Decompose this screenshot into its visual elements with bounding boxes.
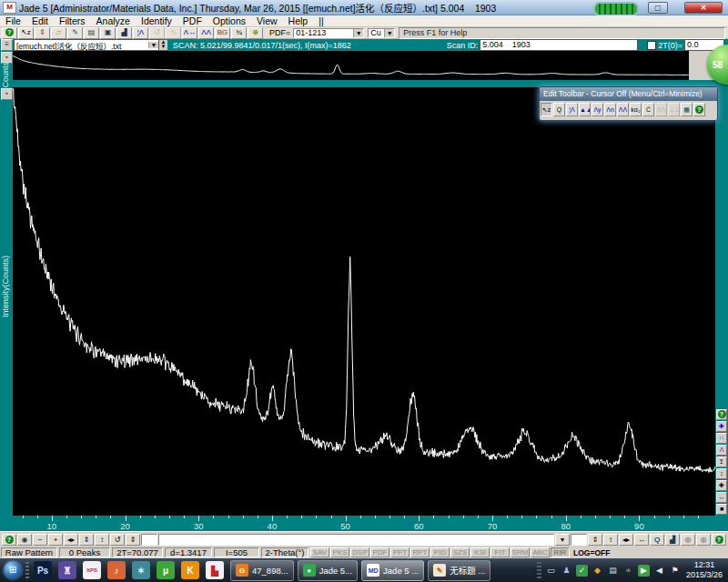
taskbar-window-jade2[interactable]: MDJade 5 ... (361, 560, 424, 581)
rescale-button[interactable]: ⇕ (35, 27, 50, 39)
value-box[interactable] (571, 534, 587, 546)
taskbar-window-paint[interactable]: ✎无标题 ... (428, 560, 490, 581)
overlay-b-button[interactable]: Λn (604, 103, 616, 116)
close-button[interactable]: ✕ (684, 2, 723, 14)
k-app-icon[interactable]: K (181, 561, 199, 579)
taskbar-window-jade1[interactable]: ●Jade 5... (298, 560, 358, 581)
status-flag-szs[interactable]: SZS (450, 547, 470, 557)
pan-lr-button[interactable]: ◂▸ (619, 534, 633, 546)
expand-h-button[interactable]: ↔ (634, 534, 649, 546)
h-expand-button[interactable]: ↔ (716, 492, 727, 503)
twin-peaks-button[interactable]: ΛΛ (198, 27, 214, 39)
status-flag-fit[interactable]: FIT (490, 547, 510, 557)
v-expand-button[interactable]: ↕ (716, 468, 727, 479)
edit-toolbar-title[interactable]: Edit Toolbar - Cursor Off (Menu/Ctrl=Min… (540, 87, 717, 101)
status-flag-sav[interactable]: SAV (310, 547, 329, 557)
all-expand-button[interactable]: ✚ (716, 480, 727, 491)
grid-button[interactable]: ▦ (681, 103, 693, 116)
status-flag-dsp[interactable]: DSP (350, 547, 369, 557)
menu-item-identify[interactable]: Identify (136, 15, 177, 26)
globe-button[interactable]: ⊕ (248, 27, 263, 39)
photoshop-icon[interactable]: Ps (34, 561, 52, 579)
kalpha2-button[interactable]: kα₂ (630, 103, 642, 116)
background-button[interactable]: BG (215, 27, 230, 39)
menu-item-file[interactable]: File (0, 15, 26, 26)
chevron-down-icon[interactable]: ▼ (148, 42, 158, 48)
utorrent-icon[interactable]: μ (157, 561, 175, 579)
network-tray-icon[interactable]: ılı (622, 565, 634, 577)
chevron-down-icon[interactable]: ▼ (384, 29, 394, 37)
media-app-icon[interactable]: ♪ (107, 561, 126, 579)
menu-item-pdf[interactable]: PDF (177, 15, 207, 26)
chart-app-icon[interactable]: ▙ (206, 561, 224, 579)
zoom-out-button[interactable]: − (33, 534, 47, 546)
peak-cursor-button[interactable]: ¦Λ (566, 103, 578, 116)
scale-y-button[interactable]: ⇕ (79, 534, 94, 546)
peak-id-button[interactable]: ¦Λ (133, 27, 148, 39)
main-plot[interactable] (13, 87, 715, 516)
status-flag-srm[interactable]: SRM (511, 547, 530, 557)
menu-item-[interactable]: || (313, 15, 329, 26)
status-flag-pks[interactable]: PKS (330, 547, 349, 557)
status-flag-pft[interactable]: PFT (390, 547, 410, 557)
anode-combobox[interactable]: Cu ▼ (368, 28, 395, 38)
xps-app-icon[interactable]: XPS (83, 561, 101, 579)
fill-peaks-button[interactable]: ▲▲ (579, 103, 591, 116)
status-flag-pid[interactable]: PID (430, 547, 450, 557)
help-button[interactable]: ? (693, 103, 705, 116)
purple-app-icon[interactable]: ♜ (58, 561, 76, 579)
help-button[interactable]: ? (2, 534, 16, 546)
volume-tray-icon[interactable]: ◀ (653, 565, 665, 577)
open-file-button[interactable]: ▱ (51, 27, 66, 39)
taskbar-clock[interactable]: 12:31 2015/3/26 (686, 560, 723, 580)
histogram-button[interactable]: ▟ (665, 534, 680, 546)
compound-c-button[interactable]: Ċ (642, 103, 654, 116)
refresh-button[interactable]: ↺ (149, 27, 165, 39)
circle-a-button[interactable]: ◎ (681, 534, 695, 546)
edit-toolbar-window[interactable]: Edit Toolbar - Cursor Off (Menu/Ctrl=Min… (539, 86, 718, 121)
fraction-button[interactable]: ¾ (231, 27, 247, 39)
zoom-tool-button[interactable]: Q (650, 534, 664, 546)
print-button[interactable]: ▤ (84, 27, 99, 39)
scan-id-field[interactable]: 5.004 1903 (480, 39, 638, 51)
power-tray-icon[interactable]: ▶ (638, 565, 650, 577)
stop-button[interactable]: ■ (716, 504, 727, 515)
smooth-button[interactable]: ∿ (166, 27, 181, 39)
scale-top-button[interactable]: ↥ (716, 457, 727, 467)
spin-updown-button[interactable]: ⇕ (588, 534, 602, 546)
t0-checkbox[interactable] (647, 41, 656, 50)
help-button[interactable]: ? (712, 534, 726, 546)
file-selector[interactable]: [emuch.net]活化（反应短）.txt ▼ (14, 39, 159, 51)
edit-pen-button[interactable]: ✎ (67, 27, 83, 39)
menu-item-analyze[interactable]: Analyze (91, 15, 136, 26)
status-flag-pdf[interactable]: PDF (370, 547, 389, 557)
ime-tray-icon[interactable]: ▭ (545, 565, 557, 577)
save-button[interactable]: ▣ (100, 27, 116, 39)
spin-button[interactable]: ⇕ (126, 534, 140, 546)
peaks-button[interactable]: Λ (716, 445, 727, 456)
menu-item-options[interactable]: Options (207, 15, 251, 26)
nav-value-box[interactable] (141, 534, 157, 546)
axes-disabled-button[interactable]: ⊥⊥ (668, 103, 680, 116)
help-button[interactable]: ? (2, 27, 17, 39)
status-flag-rpt[interactable]: RPT (410, 547, 430, 557)
restore-button[interactable]: ▢ (648, 2, 668, 14)
contacts-tray-icon[interactable]: ♟ (561, 565, 572, 577)
stretch-y-button[interactable]: ↕ (95, 534, 109, 546)
start-button[interactable]: ⊞ (4, 561, 22, 579)
taskbar-window-pdf[interactable]: G47_898... (230, 560, 294, 581)
twin-peaks-button[interactable]: ΛΛ (617, 103, 629, 116)
status-flag-rir[interactable]: RIR (551, 547, 570, 557)
menu-item-filters[interactable]: Filters (54, 15, 91, 26)
security-tray-icon[interactable]: ✓ (576, 565, 588, 577)
cursor-mode-button[interactable]: ↖z (541, 103, 552, 116)
chevron-down-icon[interactable]: ▼ (353, 29, 363, 37)
update-tray-icon[interactable]: ◆ (592, 565, 603, 577)
status-flag-abc[interactable]: ABC (531, 547, 550, 557)
range-dropdown-button[interactable]: ▾ (555, 534, 570, 546)
pdf-combobox[interactable]: 01-1213 ▼ (293, 28, 364, 38)
zoom-button[interactable]: Q (553, 103, 565, 116)
flag-tray-icon[interactable]: ⚑ (669, 565, 681, 577)
dots-button[interactable]: ∷ (716, 433, 727, 444)
restore-view-button[interactable]: ↺ (110, 534, 125, 546)
